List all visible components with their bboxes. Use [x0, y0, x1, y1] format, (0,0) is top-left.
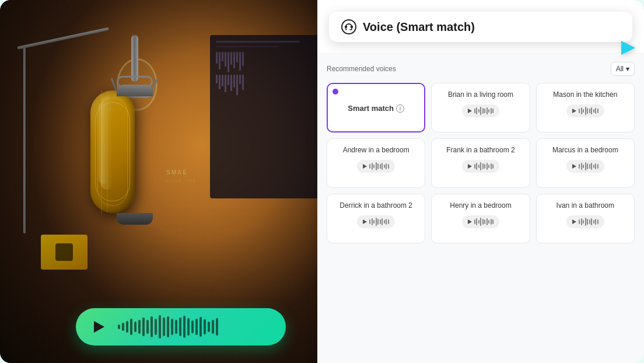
voice-play-button[interactable]: [462, 104, 500, 117]
mini-wave-bar: [587, 163, 588, 169]
voice-play-button[interactable]: [566, 160, 604, 173]
mini-wave-bar: [583, 220, 584, 224]
waveform: [118, 315, 272, 338]
mini-waveform: [579, 218, 598, 226]
info-icon: i: [396, 104, 404, 113]
mini-wave-bar: [482, 219, 484, 225]
mini-wave-bar: [478, 220, 480, 224]
mini-wave-bar: [386, 219, 387, 225]
mini-wave-bar: [581, 107, 582, 114]
mini-play-icon: [363, 164, 367, 169]
voice-name: Ivan in a bathroom: [556, 201, 614, 211]
wave-bar: [163, 317, 165, 336]
mini-wave-bar: [597, 164, 598, 169]
mini-wave-bar: [376, 218, 377, 226]
voice-name: Derrick in a bathroom 2: [340, 201, 412, 211]
mini-wave-bar: [589, 164, 590, 169]
mini-wave-bar: [587, 108, 588, 114]
mini-wave-bar: [492, 164, 494, 169]
mini-wave-bar: [382, 218, 383, 225]
wave-bar: [175, 320, 177, 334]
voice-card-mason-kitchen[interactable]: Mason in the kitchen: [536, 83, 635, 132]
mini-wave-bar: [579, 219, 580, 224]
voice-name: Brian in a living room: [448, 90, 513, 100]
wave-bar: [118, 324, 120, 329]
voice-play-button[interactable]: [566, 215, 604, 228]
voice-play-button[interactable]: [357, 215, 395, 228]
smart-match-label: Smart matchi: [348, 104, 404, 113]
main-container: SMAE HAVE THE Voice (Smart match): [0, 0, 644, 363]
wave-bar: [122, 323, 124, 331]
mini-wave-bar: [593, 109, 594, 113]
mini-wave-bar: [591, 218, 592, 225]
mini-wave-bar: [491, 108, 492, 114]
mini-waveform: [579, 107, 598, 115]
mini-wave-bar: [373, 165, 374, 168]
voice-card-smart-match[interactable]: Smart matchi: [327, 83, 425, 132]
mini-wave-bar: [488, 220, 489, 224]
mini-wave-bar: [585, 218, 586, 226]
play-button[interactable]: [90, 317, 108, 336]
voice-card-frank-bathroom2[interactable]: Frank in a bathroom 2: [431, 138, 530, 188]
wave-bar: [142, 317, 145, 336]
voice-card-henry-bedroom[interactable]: Henry in a bedroom: [431, 194, 530, 243]
voice-icon: [341, 19, 357, 35]
wave-bar: [216, 318, 218, 336]
voice-header-tooltip: Voice (Smart match): [329, 12, 632, 42]
mini-wave-bar: [476, 163, 477, 170]
voice-card-marcus-bedroom[interactable]: Marcus in a bedroom: [536, 138, 635, 188]
mini-wave-bar: [579, 109, 580, 113]
all-filter-label: All: [616, 65, 624, 73]
mini-wave-bar: [388, 164, 389, 169]
mini-wave-bar: [583, 109, 584, 113]
mini-wave-bar: [591, 107, 592, 114]
mini-play-icon: [572, 219, 576, 224]
mini-wave-bar: [581, 163, 582, 170]
mini-wave-bar: [487, 107, 488, 114]
mini-wave-bar: [488, 165, 489, 168]
mini-wave-bar: [484, 219, 485, 224]
mini-play-icon: [468, 109, 472, 113]
voice-play-button[interactable]: [462, 160, 500, 173]
tooltip-title: Voice (Smart match): [363, 20, 475, 34]
mini-wave-bar: [369, 219, 370, 224]
mini-waveform: [369, 162, 389, 170]
voice-card-andrew-bedroom[interactable]: Andrew in a bedroom: [327, 138, 425, 188]
voice-play-button[interactable]: [462, 215, 500, 228]
mini-play-icon: [572, 164, 576, 169]
mini-wave-bar: [386, 163, 387, 169]
mini-wave-bar: [581, 218, 582, 225]
mini-wave-bar: [484, 109, 485, 113]
mini-wave-bar: [585, 107, 586, 115]
mini-wave-bar: [384, 165, 385, 168]
mini-wave-bar: [597, 109, 598, 113]
audio-player[interactable]: [76, 308, 286, 345]
mini-wave-bar: [487, 218, 488, 225]
mini-play-icon: [572, 109, 576, 113]
mini-wave-bar: [587, 219, 588, 225]
mini-wave-bar: [589, 109, 590, 113]
voice-play-button[interactable]: [566, 104, 604, 117]
mini-wave-bar: [482, 163, 484, 169]
mini-waveform: [474, 218, 494, 226]
mini-wave-bar: [474, 219, 475, 224]
wave-bar: [179, 317, 181, 336]
voice-name: Frank in a bathroom 2: [446, 146, 514, 155]
mini-wave-bar: [591, 163, 592, 170]
mini-wave-bar: [492, 219, 494, 224]
wave-bar: [130, 319, 132, 335]
mini-wave-bar: [480, 162, 481, 170]
voice-name: Marcus in a bedroom: [552, 146, 618, 155]
voice-card-ivan-bathroom[interactable]: Ivan in a bathroom: [536, 194, 635, 243]
wave-bar: [171, 319, 173, 335]
all-filter-button[interactable]: All ▾: [611, 62, 635, 76]
cursor-arrow: [621, 41, 635, 55]
wave-bar: [159, 315, 161, 338]
recommended-label: Recommended voices: [327, 65, 396, 73]
mini-wave-bar: [585, 162, 586, 170]
voice-card-derrick-bathroom2[interactable]: Derrick in a bathroom 2: [327, 194, 425, 243]
voice-card-brian-living[interactable]: Brian in a living room: [431, 83, 530, 132]
voice-name: Mason in the kitchen: [553, 90, 617, 100]
wave-bar: [200, 317, 202, 337]
voice-play-button[interactable]: [357, 160, 395, 173]
